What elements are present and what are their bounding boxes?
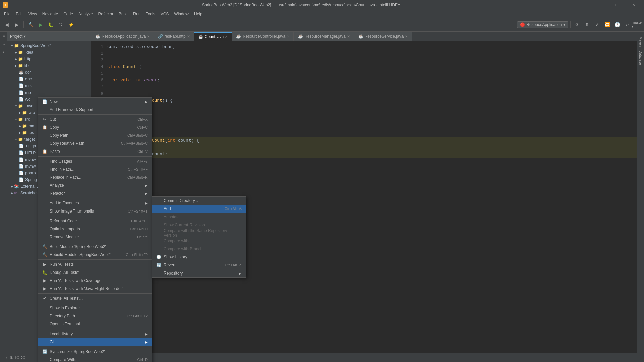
- run-config-selector[interactable]: 🔴 ResouceApplication ▾: [517, 21, 568, 28]
- menu-analyze[interactable]: Analyze: [76, 10, 96, 18]
- back-button[interactable]: ◀: [2, 20, 11, 29]
- tab-icon: ☕: [198, 34, 203, 39]
- tree-item-enc[interactable]: 📄 enc: [7, 76, 91, 82]
- git-commit-button[interactable]: ✔: [592, 20, 602, 29]
- todo-label: 6: TODO: [10, 355, 26, 360]
- menu-refactor[interactable]: Refactor: [96, 10, 116, 18]
- tree-item-idea[interactable]: ▶ 📁 .idea: [7, 49, 91, 56]
- tab-close-count[interactable]: ✕: [225, 35, 228, 39]
- tree-item-cor[interactable]: ☕ cor: [7, 69, 91, 76]
- git-history-button[interactable]: 🕐: [612, 20, 622, 29]
- structure-icon[interactable]: S: [0, 41, 7, 48]
- ctx-find-usages[interactable]: Find Usages Alt+F7: [38, 157, 152, 165]
- ctx-run-coverage[interactable]: ▶ Run 'All Tests' with Coverage: [38, 277, 152, 285]
- ctx-new[interactable]: 📄 New ▶: [38, 98, 152, 106]
- ctx-remove-module[interactable]: Remove Module Delete: [38, 233, 152, 241]
- database-panel-button[interactable]: Database: [638, 49, 643, 67]
- ctx-reformat-code[interactable]: Reformat Code Ctrl+Alt+L: [38, 217, 152, 225]
- ctx-open-in-terminal[interactable]: Open in Terminal: [38, 320, 152, 328]
- ctx-create-all-tests[interactable]: ✔ Create 'All Tests'...: [38, 294, 152, 302]
- tree-item-mo[interactable]: 📄 mo: [7, 89, 91, 96]
- tab-count[interactable]: ☕ Count.java ✕: [194, 32, 232, 41]
- project-panel-header[interactable]: Project ▾: [7, 32, 91, 41]
- ctx-find-in-path[interactable]: Find in Path... Ctrl+Shift+F: [38, 165, 152, 173]
- menu-build[interactable]: Build: [116, 10, 130, 18]
- tree-item-http[interactable]: ▶ 📁 http: [7, 56, 91, 62]
- tab-close-resource-manager[interactable]: ✕: [347, 35, 350, 38]
- tab-close-rest-api[interactable]: ✕: [187, 35, 190, 38]
- profile-button[interactable]: ⚡: [66, 20, 75, 29]
- build-button[interactable]: 🔨: [26, 20, 35, 29]
- forward-button[interactable]: ▶: [12, 20, 21, 29]
- ctx-local-history[interactable]: Local History ▶: [38, 330, 152, 338]
- tab-close-resource-service[interactable]: ✕: [405, 35, 408, 38]
- tab-resouce-application[interactable]: ☕ ResouceApplication.java ✕: [91, 32, 154, 41]
- ctx-debug-all-tests[interactable]: 🐛 Debug 'All Tests': [38, 268, 152, 277]
- ctx-show-in-explorer[interactable]: Show in Explorer: [38, 304, 152, 312]
- bottom-tab-todo[interactable]: ☑ 6: TODO: [1, 354, 29, 361]
- ctx-run-flight-recorder[interactable]: ▶ Run 'All Tests' with 'Java Flight Reco…: [38, 285, 152, 293]
- menu-navigate[interactable]: Navigate: [40, 10, 61, 18]
- tree-item-lib[interactable]: ▶ 📁 lib: [7, 62, 91, 69]
- todo-icon: ☑: [5, 355, 8, 360]
- git-submenu-add[interactable]: Add Ctrl+Alt+A: [152, 205, 246, 213]
- ctx-copy-relative-path[interactable]: Copy Relative Path Ctrl+Alt+Shift+C: [38, 139, 152, 147]
- ctx-add-framework[interactable]: Add Framework Support...: [38, 106, 152, 114]
- maven-panel-button[interactable]: Maven: [638, 35, 643, 49]
- tab-resource-service[interactable]: ☕ ResourceService.java ✕: [354, 32, 412, 41]
- menu-code[interactable]: Code: [61, 10, 76, 18]
- git-submenu-revert[interactable]: 🔄 Revert... Ctrl+Alt+Z: [152, 261, 246, 269]
- coverage-button[interactable]: 🛡: [56, 20, 65, 29]
- git-submenu-repository[interactable]: Repository ▶: [152, 269, 246, 277]
- commit-dir-icon: [156, 198, 161, 203]
- tab-resource-manager[interactable]: ☕ ResourceManager.java ✕: [294, 32, 354, 41]
- ctx-copy[interactable]: 📋 Copy Ctrl+C: [38, 123, 152, 131]
- ctx-optimize-imports[interactable]: Optimize Imports Ctrl+Alt+O: [38, 225, 152, 233]
- menu-view[interactable]: View: [25, 10, 40, 18]
- tab-rest-api[interactable]: 🔗 rest-api.http ✕: [154, 32, 194, 41]
- gutter-indicator: [638, 34, 643, 34]
- ctx-replace-in-path[interactable]: Replace in Path... Ctrl+Shift+R: [38, 173, 152, 181]
- menu-window[interactable]: Window: [171, 10, 191, 18]
- run-button[interactable]: ▶: [36, 20, 45, 29]
- ctx-build-module[interactable]: 🔨 Build Module 'SpringBootWeb2': [38, 243, 152, 251]
- minimize-button[interactable]: ─: [592, 0, 608, 10]
- ctx-rebuild-module[interactable]: 🔨 Rebuild Module 'SpringBootWeb2' Ctrl+S…: [38, 251, 152, 259]
- ctx-synchronize[interactable]: 🔄 Synchronize 'SpringBootWeb2': [38, 348, 152, 356]
- ctx-show-image-thumbnails[interactable]: Show Image Thumbnails Ctrl+Shift+T: [38, 207, 152, 215]
- git-submenu-show-history[interactable]: 🕐 Show History: [152, 253, 246, 261]
- folder-icon: 📁: [22, 130, 28, 135]
- git-update-button[interactable]: ⬆: [582, 20, 592, 29]
- ctx-add-to-favorites[interactable]: Add to Favorites ▶: [38, 199, 152, 207]
- close-button[interactable]: ✕: [626, 0, 641, 10]
- ctx-run-all-tests[interactable]: ▶ Run 'All Tests': [38, 260, 152, 268]
- git-revert-button[interactable]: ↩: [623, 20, 632, 29]
- tab-resource-controller[interactable]: ☕ ResourceController.java ✕: [232, 32, 294, 41]
- tree-item-mis[interactable]: 📄 mis: [7, 82, 91, 89]
- git-push-button[interactable]: 🔁: [602, 20, 612, 29]
- favorites-icon[interactable]: ★: [0, 49, 7, 56]
- tab-close-resource-controller[interactable]: ✕: [287, 35, 289, 38]
- menu-tools[interactable]: Tools: [143, 10, 158, 18]
- ctx-paste[interactable]: 📋 Paste Ctrl+V: [38, 147, 152, 156]
- debug-button[interactable]: 🐛: [46, 20, 55, 29]
- menu-vcs[interactable]: VCS: [158, 10, 172, 18]
- compare-with-icon: [156, 239, 161, 243]
- tab-close-resouce[interactable]: ✕: [147, 35, 150, 38]
- menu-help[interactable]: Help: [191, 10, 205, 18]
- project-icon[interactable]: P: [0, 33, 7, 40]
- git-submenu-commit-directory[interactable]: Commit Directory...: [152, 197, 246, 205]
- ctx-git[interactable]: Git ▶: [38, 338, 152, 346]
- tree-item-springbootweb2[interactable]: ▼ 📁 SpringBootWeb2: [7, 42, 91, 49]
- ctx-compare-with[interactable]: Compare With... Ctrl+D: [38, 356, 152, 362]
- menu-file[interactable]: File: [1, 10, 13, 18]
- ctx-cut[interactable]: ✂ Cut Ctrl+X: [38, 115, 152, 123]
- git-branch-button[interactable]: master ▾: [633, 20, 642, 29]
- ctx-analyze[interactable]: Analyze ▶: [38, 181, 152, 189]
- menu-run[interactable]: Run: [130, 10, 143, 18]
- menu-edit[interactable]: Edit: [13, 10, 25, 18]
- ctx-directory-path[interactable]: Directory Path Ctrl+Alt+F12: [38, 312, 152, 320]
- ctx-copy-path[interactable]: Copy Path Ctrl+Shift+C: [38, 131, 152, 139]
- maximize-button[interactable]: □: [609, 0, 625, 10]
- ctx-refactor[interactable]: Refactor ▶: [38, 189, 152, 197]
